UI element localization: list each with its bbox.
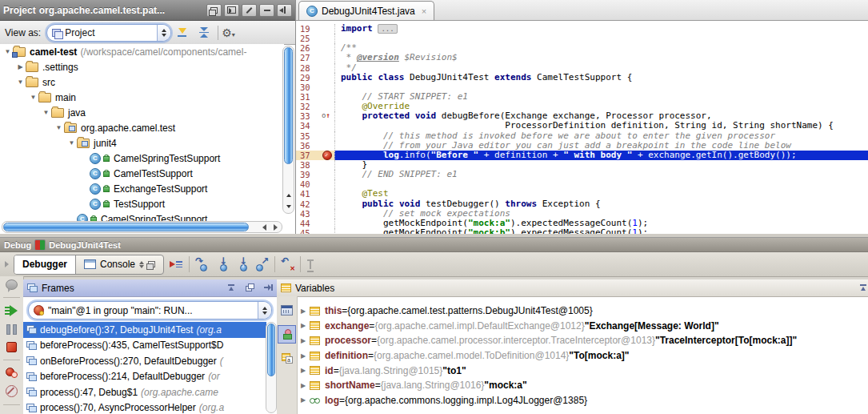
move-to-top-icon[interactable] (226, 283, 236, 293)
notifications-icon[interactable] (6, 279, 18, 290)
thread-selector-dropdown[interactable]: "main"@1 in group "main": RUN... (28, 301, 272, 320)
tree-expanded-arrow-icon[interactable]: ▼ (67, 139, 76, 147)
tree-expanded-arrow-icon[interactable]: ▼ (3, 48, 12, 55)
tab-debugger[interactable]: Debugger (14, 255, 75, 274)
code-editor[interactable]: 19import ...2526/**27 * @version $Revisi… (296, 21, 868, 234)
scroll-from-source-icon[interactable] (177, 27, 187, 38)
breakpoint-icon[interactable] (322, 151, 332, 160)
tree-item-java[interactable]: ▼java (0, 105, 284, 120)
gutter[interactable] (321, 43, 334, 53)
scroll-left-icon[interactable] (259, 222, 270, 232)
gutter[interactable] (321, 121, 334, 131)
watches-icon[interactable] (278, 325, 296, 344)
dock-window-icon[interactable] (224, 4, 239, 17)
gutter[interactable] (321, 189, 334, 199)
stop-icon[interactable] (6, 342, 17, 352)
view-as-dropdown[interactable]: Project (46, 24, 171, 42)
gutter[interactable] (321, 160, 334, 170)
settings-gear-icon[interactable]: ⚙▾ (222, 26, 235, 39)
project-panel-titlebar[interactable]: Project org.apache.camel.test.pat... (0, 0, 295, 21)
expand-arrow-icon[interactable]: ▶ (297, 396, 310, 404)
variable-row-definition[interactable]: ▶definition = {org.apache.camel.model.To… (297, 348, 868, 364)
tree-item-camelspringtestsupport[interactable]: CamelSpringTestSupport (0, 211, 284, 221)
override-marker-icon[interactable]: o↑ (322, 111, 330, 119)
variable-row-this[interactable]: ▶this = {org.apache.camel.test.patterns.… (297, 303, 868, 319)
tab-console[interactable]: Console (75, 255, 163, 274)
tree-expanded-arrow-icon[interactable]: ▼ (16, 78, 25, 86)
gutter[interactable] (321, 199, 334, 209)
tree-expanded-arrow-icon[interactable]: ▼ (42, 109, 50, 116)
show-types-icon[interactable] (278, 349, 296, 368)
editor-tab-debugjunit4test[interactable]: DebugJUnit4Test.java × (298, 1, 434, 20)
gutter[interactable] (321, 228, 334, 234)
gutter[interactable] (321, 63, 334, 73)
gutter[interactable] (321, 73, 334, 82)
scroll-up-icon[interactable] (283, 190, 294, 200)
collapse-all-icon[interactable] (198, 27, 209, 38)
tree-item-exchangetestsupport[interactable]: ExchangeTestSupport (0, 181, 284, 196)
tree-expanded-arrow-icon[interactable]: ▼ (54, 124, 63, 131)
gutter[interactable] (321, 82, 334, 92)
tree-item-camelspringtestsupport[interactable]: CamelSpringTestSupport (0, 151, 284, 166)
tree-item-testsupport[interactable]: TestSupport (0, 196, 284, 211)
frame-row-2[interactable]: onBeforeProcess():270, DefaultDebugger ( (23, 353, 266, 369)
evaluate-expression-icon[interactable] (306, 259, 315, 271)
gutter[interactable] (321, 179, 334, 189)
float-window-icon[interactable] (206, 4, 222, 17)
force-step-into-icon[interactable]: ↓ (234, 257, 250, 272)
tree-item-cameltestsupport[interactable]: CamelTestSupport (0, 166, 284, 181)
tree-expanded-arrow-icon[interactable]: ▼ (29, 94, 38, 101)
hide-frames-icon[interactable] (263, 283, 273, 293)
float-frames-icon[interactable] (245, 283, 254, 293)
step-over-icon[interactable]: ↷ (194, 257, 210, 272)
tree-item-main[interactable]: ▼main (0, 90, 284, 105)
expand-arrow-icon[interactable]: ▶ (297, 367, 310, 374)
move-variables-icon[interactable] (858, 283, 868, 293)
pause-program-icon[interactable] (6, 324, 17, 335)
evaluate-calculator-icon[interactable] (278, 301, 296, 320)
gutter[interactable]: o↑ (321, 111, 334, 121)
show-execution-point-icon[interactable] (169, 258, 184, 271)
scroll-down-icon[interactable] (283, 201, 294, 211)
gutter[interactable] (321, 170, 334, 179)
tree-item-junit4[interactable]: ▼junit4 (0, 135, 284, 151)
step-into-icon[interactable]: ↓ (214, 257, 230, 272)
tree-vertical-scrollbar[interactable] (282, 46, 294, 214)
mute-breakpoints-icon[interactable] (6, 385, 18, 397)
debug-panel-titlebar[interactable]: Debug DebugJUnit4Test (0, 238, 868, 252)
step-out-icon[interactable]: ↗ (254, 257, 270, 272)
frame-row-4[interactable]: process():47, Debug$1 (org.apache.came (23, 384, 266, 400)
drop-frame-icon[interactable]: ↶✕ (280, 257, 295, 272)
gutter[interactable] (321, 92, 334, 102)
tree-item-camel-test[interactable]: ▼camel-test(/workspace/camel/components/… (0, 44, 284, 59)
variable-row-log[interactable]: ▶log = {org.apache.commons.logging.impl.… (297, 393, 868, 408)
gutter[interactable] (321, 34, 334, 43)
gutter[interactable] (321, 102, 334, 111)
gutter[interactable] (321, 53, 334, 62)
tree-item-src[interactable]: ▼src (0, 74, 284, 90)
gutter[interactable] (321, 131, 334, 141)
variable-row-shortName[interactable]: ▶shortName = {java.lang.String@1016}"moc… (297, 378, 868, 393)
gutter[interactable] (321, 24, 334, 34)
frame-row-1[interactable]: beforeProcess():435, CamelTestSupport$D (23, 338, 266, 354)
gutter[interactable] (321, 141, 334, 151)
frame-row-5[interactable]: process():70, AsyncProcessorHelper (org.… (23, 400, 266, 414)
tree-item--settings[interactable]: ▶.settings (0, 59, 284, 74)
expand-arrow-icon[interactable]: ▶ (297, 307, 310, 315)
expand-arrow-icon[interactable]: ▶ (297, 352, 310, 360)
hide-panel-icon[interactable] (277, 4, 292, 17)
gutter[interactable] (321, 209, 334, 219)
variables-header[interactable]: Variables (277, 279, 868, 297)
scroll-right-icon[interactable] (270, 222, 281, 232)
expand-arrow-icon[interactable]: ▶ (297, 322, 310, 329)
tree-item-org-apache-camel-test[interactable]: ▼org.apache.camel.test (0, 120, 284, 135)
gutter[interactable] (321, 151, 334, 160)
wand-icon[interactable] (242, 4, 257, 17)
frames-header[interactable]: Frames (23, 279, 277, 297)
tree-horizontal-scrollbar[interactable] (2, 221, 282, 233)
variable-row-processor[interactable]: ▶processor = {org.apache.camel.processor… (297, 333, 868, 348)
expand-arrow-icon[interactable]: ▶ (297, 337, 310, 344)
resume-program-icon[interactable] (5, 305, 18, 317)
tree-collapsed-arrow-icon[interactable]: ▶ (16, 63, 25, 70)
dropdown-stepper-icon[interactable] (157, 25, 170, 41)
